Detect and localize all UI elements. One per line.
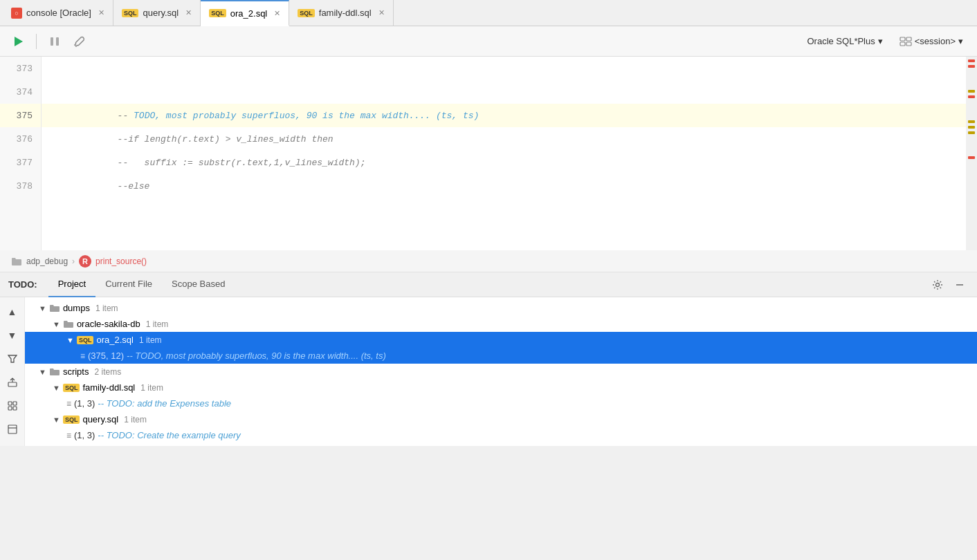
folder-icon-breadcrumb xyxy=(11,256,22,266)
minimize-icon-btn[interactable] xyxy=(951,276,969,294)
tab-query[interactable]: SQL query.sql ✕ xyxy=(113,0,201,26)
svg-point-7 xyxy=(936,283,940,286)
ora2todo-text: -- TODO, most probably superfluos, 90 is… xyxy=(127,351,386,361)
scroll-down-btn[interactable]: ▼ xyxy=(3,326,21,344)
panel-icon xyxy=(8,424,17,434)
todo-panel: TODO: Project Current File Scope Based xyxy=(0,272,977,446)
tab-family[interactable]: SQL family-ddl.sql ✕ xyxy=(289,0,393,26)
dumps-name: dumps xyxy=(63,303,90,313)
export-btn[interactable] xyxy=(3,373,21,391)
code-line-373 xyxy=(42,57,966,80)
gear-icon xyxy=(932,279,943,290)
code-line-375: -- TODO, most probably superfluos, 90 is… xyxy=(42,104,966,127)
tab-project[interactable]: Project xyxy=(48,272,95,297)
svg-rect-1 xyxy=(51,37,53,46)
tree-item-ora2sql[interactable]: ▼ SQL ora_2.sql 1 item xyxy=(25,332,977,348)
folder-icon-scripts xyxy=(49,367,60,377)
tab-console[interactable]: ○ console [Oracle] ✕ xyxy=(3,0,113,26)
familytodo-text: -- TODO: add the Expenses table xyxy=(98,398,231,409)
session-dropdown[interactable]: <session> ▾ xyxy=(894,33,969,49)
tree-item-familytodo[interactable]: ≡ (1, 3) -- TODO: add the Expenses table xyxy=(25,395,977,411)
scroll-mark-1 xyxy=(968,65,975,68)
query-sql-meta: 1 item xyxy=(124,415,147,424)
line-376: 376 xyxy=(0,127,41,151)
sql-badge-query-sql: SQL xyxy=(63,416,80,424)
tab-family-label: family-ddl.sql xyxy=(319,8,372,18)
oracle-sakila-meta: 1 item xyxy=(146,319,169,329)
session-icon xyxy=(900,37,912,46)
pause-button[interactable] xyxy=(45,32,64,51)
tab-console-close[interactable]: ✕ xyxy=(98,8,104,17)
tab-query-close[interactable]: ✕ xyxy=(185,8,192,17)
sql-badge-family-ddl: SQL xyxy=(63,384,80,392)
scroll-gutter[interactable] xyxy=(966,57,977,250)
comment-376: --if length(r.text) > v_lines_width then xyxy=(53,134,334,144)
arrow-family-ddl: ▼ xyxy=(53,384,60,392)
family-ddl-meta: 1 item xyxy=(140,383,163,393)
toolbar-right: Oracle SQL*Plus ▾ <session> ▾ xyxy=(801,33,969,49)
family-ddl-name: family-ddl.sql xyxy=(82,382,135,393)
tree-item-scripts[interactable]: ▼ scripts 2 items xyxy=(25,364,977,380)
tab-family-close[interactable]: ✕ xyxy=(378,8,385,17)
play-icon xyxy=(12,35,24,48)
breadcrumb-func: print_source() xyxy=(95,256,147,266)
folder-icon-dumps xyxy=(49,304,60,313)
tree-item-dumps[interactable]: ▼ dumps 1 item xyxy=(25,300,977,316)
todo-tree: ▲ ▼ xyxy=(0,297,977,446)
svg-rect-2 xyxy=(56,37,59,46)
svg-rect-12 xyxy=(8,407,12,410)
connection-label: Oracle SQL*Plus xyxy=(807,36,875,46)
line-373: 373 xyxy=(0,57,41,80)
session-chevron: ▾ xyxy=(958,36,963,46)
svg-rect-13 xyxy=(13,407,17,410)
tree-item-oracle-sakila[interactable]: ▼ oracle-sakila-db 1 item xyxy=(25,316,977,332)
func-initial-badge: R xyxy=(79,255,91,268)
svg-marker-0 xyxy=(15,37,23,46)
scripts-name: scripts xyxy=(63,366,89,377)
query-sql-name: query.sql xyxy=(82,414,118,424)
tab-bar: ○ console [Oracle] ✕ SQL query.sql ✕ SQL… xyxy=(0,0,977,26)
familytodo-location: (1, 3) xyxy=(74,398,95,409)
layout-btn[interactable] xyxy=(3,397,21,415)
filter-btn[interactable] xyxy=(3,350,21,368)
export-icon xyxy=(8,377,17,387)
line-numbers: 373 374 375 376 377 378 xyxy=(0,57,42,250)
todo-text-375: TODO, most probably superfluos, 90 is th… xyxy=(134,111,479,121)
run-button[interactable] xyxy=(8,32,28,51)
arrow-oracle-sakila: ▼ xyxy=(53,320,60,328)
scroll-mark-7 xyxy=(968,156,975,159)
svg-rect-14 xyxy=(8,425,17,433)
line-375: 375 xyxy=(0,104,41,127)
oracle-sakila-name: oracle-sakila-db xyxy=(77,319,140,329)
tree-item-querytodo[interactable]: ≡ (1, 3) -- TODO: Create the example que… xyxy=(25,427,977,443)
arrow-dumps: ▼ xyxy=(39,304,46,312)
settings-icon-btn[interactable] xyxy=(929,276,947,294)
tab-ora2-close[interactable]: ✕ xyxy=(274,9,280,18)
scroll-mark-3 xyxy=(968,95,975,98)
comment-prefix-375: -- xyxy=(53,111,134,121)
settings-button[interactable] xyxy=(70,32,89,51)
connection-dropdown[interactable]: Oracle SQL*Plus ▾ xyxy=(801,33,888,49)
querytodo-location: (1, 3) xyxy=(74,430,95,440)
svg-rect-3 xyxy=(900,37,905,41)
tree-item-ora2todo[interactable]: ≡ (375, 12) -- TODO, most probably super… xyxy=(25,348,977,364)
scroll-up-btn[interactable]: ▲ xyxy=(3,303,21,321)
code-lines[interactable]: -- TODO, most probably superfluos, 90 is… xyxy=(42,57,966,250)
tab-current-file[interactable]: Current File xyxy=(95,272,162,297)
minus-icon xyxy=(954,279,965,290)
comment-377: -- suffix := substr(r.text,1,v_lines_wid… xyxy=(53,158,365,168)
querytodo-text: -- TODO: Create the example query xyxy=(98,430,240,440)
tab-ora2[interactable]: SQL ora_2.sql ✕ xyxy=(201,0,289,26)
tree-item-query-sql[interactable]: ▼ SQL query.sql 1 item xyxy=(25,411,977,427)
svg-rect-4 xyxy=(906,37,911,41)
ora2sql-name: ora_2.sql xyxy=(96,335,133,345)
todo-header-right xyxy=(929,276,969,294)
svg-rect-9 xyxy=(8,382,17,386)
connection-chevron: ▾ xyxy=(878,36,883,46)
tree-item-family-ddl[interactable]: ▼ SQL family-ddl.sql 1 item xyxy=(25,380,977,395)
tab-scope-based[interactable]: Scope Based xyxy=(162,272,235,297)
session-label: <session> xyxy=(915,36,956,46)
line-377: 377 xyxy=(0,151,41,174)
svg-rect-11 xyxy=(13,402,17,405)
panel-btn[interactable] xyxy=(3,420,21,438)
